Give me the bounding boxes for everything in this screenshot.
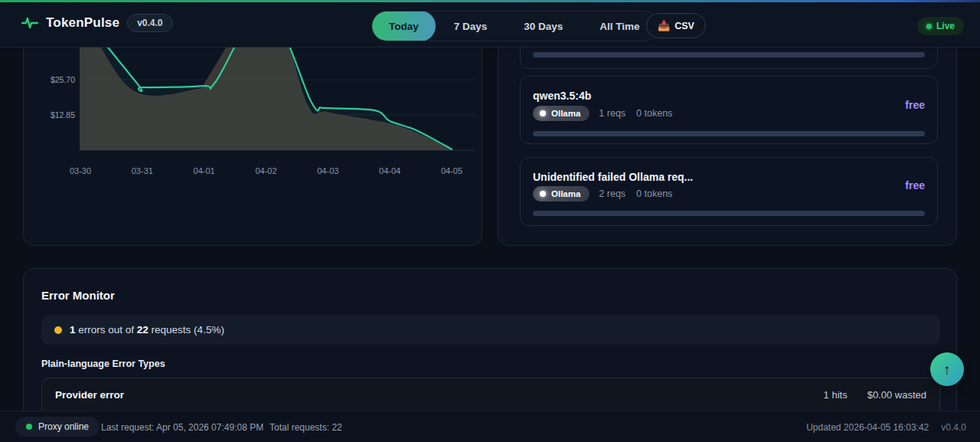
model-tokens: 0 tokens: [636, 108, 672, 119]
provider-dot-icon: [540, 110, 546, 116]
error-summary-bar: 1 errors out of 22 requests (4.5%): [41, 315, 940, 345]
usage-bar: [533, 211, 925, 216]
model-requests: 2 reqs: [599, 188, 626, 199]
version-badge: v0.4.0: [127, 14, 172, 32]
live-dot-icon: [926, 24, 932, 29]
model-name: qwen3.5:4b: [533, 90, 591, 102]
svg-text:04-04: 04-04: [379, 166, 400, 175]
provider-label: Ollama: [551, 109, 580, 118]
usage-bar: [533, 131, 925, 136]
error-type-label: Provider error: [55, 389, 124, 401]
svg-text:03-30: 03-30: [70, 166, 91, 175]
provider-dot-icon: [540, 191, 546, 197]
brand: TokenPulse v0.4.0: [21, 14, 173, 32]
csv-export-button[interactable]: 📥 CSV: [646, 13, 706, 38]
download-tray-icon: 📥: [658, 20, 670, 31]
last-request-text: Last request: Apr 05, 2026 07:49:08 PM: [101, 422, 263, 433]
app-title: TokenPulse: [46, 15, 119, 31]
model-name: Unidentified failed Ollama req...: [533, 171, 693, 183]
scroll-to-top-button[interactable]: ↑: [930, 352, 964, 386]
svg-text:04-05: 04-05: [441, 166, 462, 175]
status-bar: Proxy online Last request: Apr 05, 2026 …: [0, 411, 980, 442]
tab-30-days[interactable]: 30 Days: [505, 11, 581, 41]
svg-text:04-03: 04-03: [317, 166, 338, 175]
model-requests: 1 reqs: [599, 108, 626, 119]
tab-today[interactable]: Today: [372, 11, 436, 41]
svg-text:04-02: 04-02: [255, 166, 276, 175]
time-range-tabs: Today 7 Days 30 Days All Time: [371, 11, 659, 41]
error-hits: 1 hits: [824, 389, 848, 401]
updated-text: Updated 2026-04-05 16:03:42: [806, 422, 929, 433]
error-wasted: $0.00 wasted: [867, 389, 926, 401]
online-dot-icon: [26, 424, 32, 430]
footer-version: v0.4.0: [941, 422, 966, 433]
error-monitor-card: Error Monitor 1 errors out of 22 request…: [23, 268, 957, 421]
price-badge: free: [905, 99, 925, 111]
svg-text:$12.85: $12.85: [51, 110, 75, 120]
total-requests-text: Total requests: 22: [270, 422, 342, 433]
price-badge: free: [905, 179, 925, 192]
svg-text:04-01: 04-01: [194, 166, 215, 175]
svg-text:03-31: 03-31: [132, 166, 153, 175]
live-status-badge: Live: [917, 17, 964, 35]
usage-bar: [533, 52, 925, 57]
provider-badge: Ollama: [533, 186, 590, 201]
warning-dot-icon: [54, 326, 62, 334]
up-arrow-icon: ↑: [943, 362, 951, 377]
proxy-status-pill: Proxy online: [15, 417, 100, 437]
error-types-subtitle: Plain-language Error Types: [41, 359, 165, 369]
error-monitor-title: Error Monitor: [41, 289, 115, 302]
live-label: Live: [936, 21, 955, 31]
top-gradient-line: [0, 0, 980, 2]
tab-7-days[interactable]: 7 Days: [436, 11, 506, 41]
model-tokens: 0 tokens: [636, 188, 672, 199]
csv-label: CSV: [675, 21, 694, 31]
error-summary-text: 1 errors out of 22 requests (4.5%): [70, 324, 224, 336]
svg-text:$25.70: $25.70: [51, 75, 75, 84]
provider-badge: Ollama: [533, 106, 590, 121]
model-card[interactable]: qwen3.5:4b Ollama 1 reqs 0 tokens free: [520, 76, 938, 144]
header: TokenPulse v0.4.0 Today 7 Days 30 Days A…: [0, 0, 980, 47]
pulse-icon: [21, 16, 38, 30]
proxy-status-label: Proxy online: [38, 421, 89, 432]
provider-label: Ollama: [551, 189, 580, 198]
app-root: $25.70$12.8503-3003-3104-0104-0204-0304-…: [0, 0, 980, 442]
model-card[interactable]: Unidentified failed Ollama req... Ollama…: [520, 157, 938, 226]
